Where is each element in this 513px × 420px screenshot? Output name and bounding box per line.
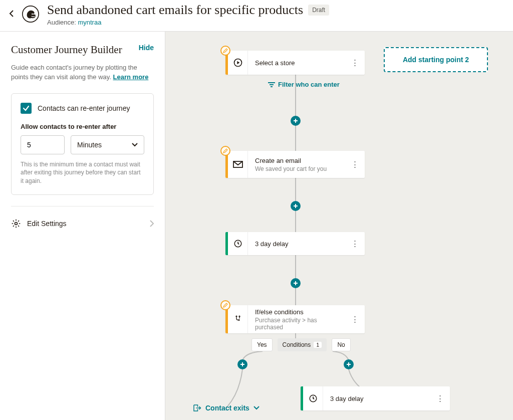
reenter-value-input[interactable] [21,135,65,154]
svg-point-2 [33,14,35,15]
play-icon [233,58,243,68]
node-delay-2[interactable]: 3 day delay ⋮ [301,386,450,410]
node-menu-button[interactable]: ⋮ [345,160,365,169]
edit-settings-label: Edit Settings [27,220,67,228]
node-select-store[interactable]: Select a store ⋮ [225,51,365,75]
status-badge: Draft [308,5,329,16]
edit-badge-icon [220,146,230,156]
branch-conditions[interactable]: Conditions 1 [278,338,327,351]
node-menu-button[interactable]: ⋮ [430,394,450,403]
node-create-email[interactable]: Create an email We saved your cart for y… [225,151,365,178]
branch-icon [233,315,242,324]
plus-icon [240,362,245,367]
plus-icon [293,281,298,286]
chevron-left-icon [9,10,14,18]
node-delay-1[interactable]: 3 day delay ⋮ [225,232,365,255]
gear-icon [11,219,21,229]
reenter-helper: This is the minimum time a contact must … [21,160,144,185]
reenter-unit-select[interactable]: Minutes [71,135,144,154]
audience-link[interactable]: myntraa [78,19,101,26]
clock-icon [309,394,318,403]
check-icon [23,105,30,112]
svg-point-3 [15,223,18,225]
svg-point-1 [32,14,33,15]
filter-who-can-enter-link[interactable]: Filter who can enter [268,81,340,88]
audience-label: Audience: [47,19,76,26]
allow-after-label: Allow contacts to re-enter after [21,123,144,130]
node-menu-button[interactable]: ⋮ [345,58,365,67]
edit-badge-icon [220,300,230,310]
add-step-button[interactable] [291,201,301,211]
reenter-checkbox[interactable] [21,103,32,114]
branch-yes[interactable]: Yes [251,338,273,351]
edit-settings-row[interactable]: Edit Settings [11,206,154,229]
chevron-right-icon [150,220,154,227]
exit-icon [192,403,201,412]
plus-icon [293,118,298,123]
add-step-button[interactable] [344,359,354,369]
node-menu-button[interactable]: ⋮ [345,315,365,324]
node-if-else[interactable]: If/else conditions Purchase activity > h… [225,305,365,333]
contact-exits-button[interactable]: Contact exits [192,403,260,412]
reenter-unit-value: Minutes [77,141,102,149]
clock-icon [233,239,242,248]
add-step-button[interactable] [291,116,301,126]
learn-more-link[interactable]: Learn more [113,73,149,81]
flow-connectors [165,32,513,420]
reenter-card: Contacts can re-enter journey Allow cont… [11,93,154,195]
sidebar-panel: Customer Journey Builder Hide Guide each… [0,32,165,420]
plus-icon [346,362,351,367]
hide-button[interactable]: Hide [139,44,154,52]
email-icon [233,161,243,168]
edit-badge-icon [220,46,230,56]
panel-title: Customer Journey Builder [11,44,122,56]
reenter-label: Contacts can re-enter journey [38,104,130,112]
add-step-button[interactable] [291,278,301,288]
chevron-down-icon [132,143,138,147]
branch-no[interactable]: No [332,338,350,351]
plus-icon [293,203,298,208]
filter-icon [268,82,275,88]
add-starting-point-button[interactable]: Add starting point 2 [384,47,488,72]
add-step-button[interactable] [237,359,247,369]
mailchimp-logo [22,6,39,23]
page-title: Send abandoned cart emails for specific … [47,3,303,18]
chevron-down-icon [253,406,260,410]
back-button[interactable] [9,10,14,19]
node-menu-button[interactable]: ⋮ [345,239,365,248]
